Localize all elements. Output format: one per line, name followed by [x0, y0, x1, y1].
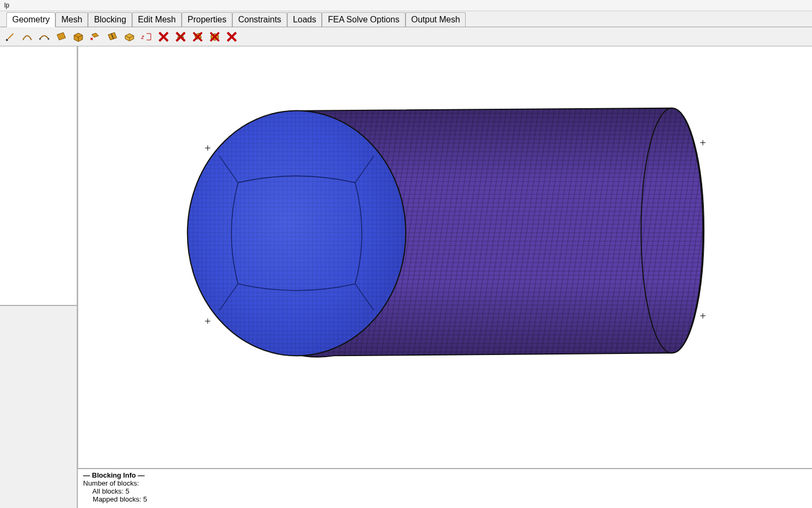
- svg-point-1: [39, 38, 41, 39]
- log-header: — Blocking Info —: [83, 471, 807, 479]
- create-point-icon[interactable]: [2, 29, 18, 44]
- side-panel: [0, 46, 78, 508]
- tab-geometry[interactable]: Geometry: [6, 12, 55, 27]
- log-line-2: All blocks: 5: [83, 487, 807, 495]
- tabs-row: Geometry Mesh Blocking Edit Mesh Propert…: [0, 11, 812, 27]
- menu-help[interactable]: lp: [2, 1, 11, 10]
- cylinder-front-face: [188, 111, 406, 356]
- transform-geometry-icon[interactable]: [87, 29, 103, 44]
- tab-loads[interactable]: Loads: [287, 12, 322, 27]
- create-curve-icon[interactable]: [19, 29, 35, 44]
- viewport-3d[interactable]: [78, 46, 812, 468]
- tab-output-mesh[interactable]: Output Mesh: [405, 12, 466, 27]
- log-panel[interactable]: — Blocking Info — Number of blocks: All …: [78, 468, 812, 508]
- properties-panel[interactable]: [0, 306, 77, 508]
- create-arc-icon[interactable]: [36, 29, 52, 44]
- tab-edit-mesh[interactable]: Edit Mesh: [132, 12, 182, 27]
- tab-fea-solve-options[interactable]: FEA Solve Options: [322, 12, 405, 27]
- svg-text:z: z: [141, 34, 144, 40]
- log-line-3: Mapped blocks: 5: [83, 495, 807, 503]
- tab-blocking[interactable]: Blocking: [88, 12, 132, 27]
- toolbar: z: [0, 27, 812, 46]
- tree-panel[interactable]: [0, 46, 77, 306]
- svg-point-0: [6, 39, 8, 41]
- svg-point-7: [188, 111, 406, 356]
- delete-any-icon[interactable]: [224, 29, 240, 44]
- menubar: lp: [0, 0, 812, 11]
- main-area: — Blocking Info — Number of blocks: All …: [0, 46, 812, 508]
- split-icon[interactable]: z: [139, 29, 155, 44]
- tab-mesh[interactable]: Mesh: [55, 12, 88, 27]
- delete-point-icon[interactable]: [156, 29, 172, 44]
- delete-body-icon[interactable]: [207, 29, 223, 44]
- mesh-model: [78, 46, 812, 468]
- delete-curve-icon[interactable]: [173, 29, 189, 44]
- create-body-icon[interactable]: [70, 29, 86, 44]
- repair-geometry-icon[interactable]: [104, 29, 120, 44]
- viewport-wrap: — Blocking Info — Number of blocks: All …: [78, 46, 812, 508]
- create-surface-icon[interactable]: [53, 29, 69, 44]
- delete-surface-icon[interactable]: [190, 29, 206, 44]
- tab-constraints[interactable]: Constraints: [232, 12, 287, 27]
- log-line-1: Number of blocks:: [83, 479, 807, 487]
- tab-properties[interactable]: Properties: [182, 12, 232, 27]
- extrude-icon[interactable]: [121, 29, 137, 44]
- svg-point-2: [48, 38, 50, 39]
